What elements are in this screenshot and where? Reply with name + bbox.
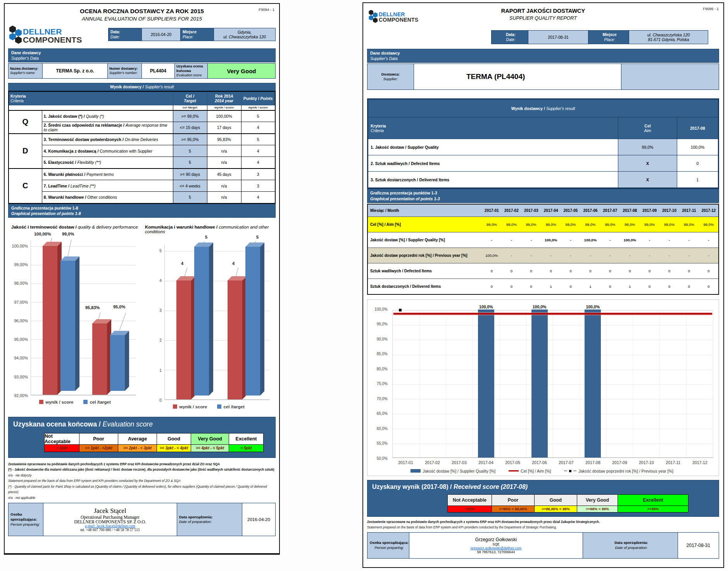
rating-poor: Poor (79, 433, 118, 445)
person-preparing-value: Grzegorz Gołkowski SQE grzegorz.golkowsk… (409, 533, 583, 558)
bar-conditions-score (228, 280, 242, 399)
bar-ontime-score (92, 323, 107, 395)
month-header: 2017-05 (561, 204, 581, 217)
result-table: Wynik dostawcy / Supplier's result Kryte… (368, 99, 718, 188)
supplier-result-banner: Wynik dostawcy / Supplier's result (368, 100, 718, 117)
place-label: MiejscePlace: (181, 28, 214, 41)
bar-2017-08 (585, 310, 601, 457)
aim-line (393, 313, 712, 315)
range-very-good: >=98% < 99% (577, 506, 618, 513)
plot-area: 100,00% 99,0% 95,83% 95,0% (31, 240, 136, 395)
final-score-section: Uzyskana ocena końcowa / Evaluation scor… (8, 417, 276, 458)
supplier-result-banner: Wynik dostawcy / Supplier's result (8, 83, 276, 91)
data-label: 100,00% (34, 232, 51, 236)
preparer-phone: 58 7857613, 727006644 (409, 550, 583, 554)
page-subtitle: ANNUAL EVALUATION OF SUPPLIERS FOR 2015 (8, 16, 276, 22)
criteria-row: 4. Komunikacja z dostawcą / Communicatio… (9, 145, 275, 157)
chart-legend: wynik / score cel /target (8, 400, 142, 404)
group-d: D (9, 134, 42, 169)
sub-year: wynik / score (207, 105, 241, 110)
y-axis-ticks: 543210 (159, 248, 162, 402)
received-score-title: Uzyskany wynik (2017-08) / Received scor… (372, 483, 714, 490)
final-score-title: Uzyskana ocena końcowa / Evaluation scor… (13, 420, 271, 428)
page-subtitle: SUPPLIER QUALITY REPORT (367, 15, 719, 21)
previous-year-marker (399, 309, 402, 311)
bar-conditions-target (245, 247, 260, 396)
bar-communication-target (194, 247, 209, 396)
legend-quality: Jakość dostaw [%] / Supplier Quality [%] (411, 469, 495, 473)
x-label: 2017-10 (633, 460, 660, 465)
criteria-table: KryteriaCriteria Cel /Target Rok 2014201… (8, 91, 276, 204)
date-label: Data:Date: (492, 31, 528, 44)
rating-poor: Poor (492, 494, 534, 506)
data-label: 95,83% (85, 305, 100, 310)
bar-label: 100,0% (527, 304, 552, 309)
preparer-email-link[interactable]: e-mail: Jacek.Stacel@dellner.com (85, 524, 135, 528)
y-axis-ticks: 100,0%95,0%90,0%85,0%80,0%75,0%70,0%65,0… (371, 307, 390, 461)
footnote: Zestawienie opracowane na podstawie dany… (367, 519, 719, 525)
result-row: 2. Sztuk wadliwych / Defected Items X 0 (368, 155, 718, 172)
person-preparing-value: Jacek Stącel Operational Purchasing Mana… (43, 503, 177, 536)
monthly-table: Miesiąc / Month 2017-012017-022017-03201… (367, 204, 719, 295)
received-score-section: Uzyskany wynik (2017-08) / Received scor… (367, 480, 719, 517)
criteria-row: D 3. Terminowość dostaw potwierdzonych /… (9, 134, 275, 145)
rating-excellent-selected: Excellent (618, 494, 688, 506)
signature-block: Osoba sporządzająca:Person preparing: Ja… (8, 503, 276, 536)
quality-chart-card: 100,0%95,0%90,0%85,0%80,0%75,0%70,0%65,0… (367, 299, 719, 476)
annual-evaluation-document: F9094 - 1 OCENA ROCZNA DOSTAWCY ZA ROK 2… (4, 3, 280, 555)
date-of-preparation-label: Data sporządzenia:Date of preparation: (583, 533, 678, 558)
result-row: 1. Jakość dostaw / Supplier Quality 99,0… (368, 139, 718, 155)
score-swatch (173, 404, 177, 409)
supplier-empty-cell (621, 64, 719, 89)
rating-scale-table: Not Acceptable Poor Average Good Very Go… (44, 433, 264, 452)
legend-score: wynik / score (173, 404, 207, 409)
evaluation-score-label: Uzyskana ocena końcowaEvaluation score (175, 64, 208, 78)
hexagon-cluster-icon (8, 26, 23, 46)
bar-2017-04 (478, 310, 494, 457)
criteria-row: Q 1. Jakość dostaw (*) / Quality (*) >= … (9, 110, 275, 122)
footnote: (*) - Quantity of claimed parts for Pain… (8, 484, 276, 495)
chart-legend: Jakość dostaw [%] / Supplier Quality [%]… (371, 469, 713, 473)
header-row: DELLNER COMPONENTS Data:Date: 2016-04-20… (8, 26, 276, 46)
logo-text: DELLNER COMPONENTS (379, 12, 418, 23)
bar-quality-score (43, 246, 57, 395)
month-header: 2017-01 (482, 204, 502, 217)
col-target: Cel /Target (173, 91, 207, 105)
months-header-row: Miesiąc / Month 2017-012017-022017-03201… (367, 204, 719, 217)
date-value: 2016-04-20 (142, 28, 181, 41)
sub-points: wynik / score (241, 105, 275, 110)
preparer-name: Grzegorz Gołkowski (409, 537, 583, 542)
data-label: 99,0% (62, 232, 74, 236)
signature-block: Osoba sporządzająca:Person preparing: Gr… (367, 532, 719, 559)
date-place-table: Data:Date: 2016-04-20 MiejscePlace: Gdyn… (108, 28, 276, 41)
communication-conditions-chart: Komunikacja i warunki handlowe / communi… (142, 223, 276, 409)
col-aim: CelAim (618, 117, 677, 139)
month-header: 2017-08 (620, 204, 640, 217)
supplier-number-label: Numer dostawcy:Supplier's number: (108, 64, 142, 78)
supplier-label: Dostawca:Supplier: (367, 64, 414, 89)
preparer-email-link[interactable]: grzegorz.golkowski@dellner.com (471, 546, 522, 550)
footnote: n/a - nie dotyczy (8, 473, 276, 478)
footnote: (*) - Jakość dostawców dla malarni oblic… (8, 467, 276, 473)
criteria-row: C 6. Warunki płatności / Payment terms >… (9, 169, 275, 180)
result-row: 3. Sztuk dostarczonych / Delivered Items… (368, 172, 718, 188)
target-swatch (83, 400, 88, 404)
person-preparing-label: Osoba sporządzająca:Person preparing: (9, 503, 43, 536)
delivered-items-row: Sztuk dostarczonych / Delivered Items 00… (367, 279, 719, 294)
legend-target: cel /target (217, 404, 244, 409)
footnote: n/a - not applicable (8, 495, 276, 501)
footnote: Zestawienie opracowane na podstawie dany… (8, 461, 276, 467)
rating-excellent: Excellent (229, 433, 264, 445)
criteria-row: 5. Elastyczność / Flexibility (**) 5 n/a… (9, 157, 275, 169)
supplier-row: Dostawca:Supplier: TERMA (PL4404) (367, 64, 719, 90)
range-average: >= 2pkt - < 3pkt (118, 445, 157, 452)
form-number: F9094 - 1 (259, 7, 274, 12)
range-good: >=96,95% < 98% (534, 506, 577, 513)
month-header: 2017-11 (679, 204, 699, 217)
x-axis-labels: 2017-012017-022017-032017-042017-052017-… (392, 460, 713, 465)
x-label: 2017-03 (446, 460, 473, 465)
range-poor: >= 1pkt - <2pkt (79, 445, 118, 452)
rating-not-acceptable: Not Acceptable (447, 494, 492, 506)
logo-text: DELLNER COMPONENTS (23, 28, 82, 44)
y-axis-ticks: 100,00%99,00%98,00%97,00%96,00%95,00%94,… (12, 244, 28, 398)
